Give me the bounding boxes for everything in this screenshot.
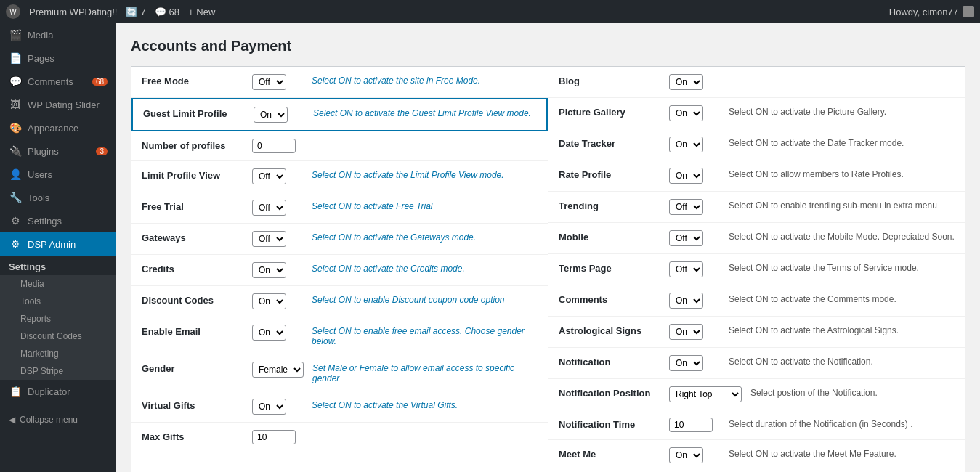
users-icon: 👤 — [9, 168, 22, 180]
setting-label-free-trial: Free Trial — [142, 200, 243, 212]
comments-setting-select[interactable]: OnOff — [669, 293, 703, 309]
appearance-icon: 🎨 — [9, 122, 22, 134]
sidebar-item-users[interactable]: 👤 Users — [0, 163, 116, 186]
setting-control-gateways[interactable]: OffOn — [252, 231, 303, 247]
sidebar-item-dsp-admin[interactable]: ⚙ DSP Admin — [0, 232, 116, 256]
setting-desc-astrological: Select ON to activate the Astrological S… — [729, 324, 955, 335]
setting-row-num-profiles: Number of profiles — [131, 131, 548, 161]
trending-select[interactable]: OffOn — [669, 199, 703, 215]
setting-label-free-mode: Free Mode — [142, 74, 243, 86]
new-item[interactable]: + New — [188, 7, 215, 17]
notification-time-input[interactable] — [669, 418, 713, 432]
date-tracker-select[interactable]: OnOff — [669, 137, 703, 152]
limit-profile-view-select[interactable]: OffOn — [252, 168, 286, 184]
sidebar-item-pages[interactable]: 📄 Pages — [0, 46, 116, 70]
setting-control-virtual-gifts[interactable]: OnOff — [252, 399, 303, 415]
setting-control-enable-email[interactable]: OnOff — [252, 325, 303, 341]
credits-select[interactable]: OnOff — [252, 262, 286, 278]
plugins-icon: 🔌 — [9, 145, 22, 157]
discount-codes-select[interactable]: OnOff — [252, 293, 286, 309]
comment-icon: 💬 — [155, 7, 166, 17]
admin-sidebar: 🎬 Media 📄 Pages 💬 Comments 68 🖼 WP Datin… — [0, 23, 116, 472]
setting-control-date-tracker[interactable]: OnOff — [669, 137, 720, 152]
free-trial-select[interactable]: OffOn — [252, 200, 286, 216]
setting-control-blog[interactable]: OnOff — [669, 74, 720, 90]
update-icon: 🔄 — [126, 7, 137, 17]
collapse-menu[interactable]: ◀ Collapse menu — [0, 409, 116, 431]
setting-desc-virtual-gifts: Select ON to activate the Virtual Gifts. — [312, 399, 538, 410]
sidebar-label-appearance: Appearance — [28, 123, 78, 134]
setting-control-meet-me[interactable]: OnOff — [669, 447, 720, 463]
setting-desc-free-mode: Select ON to activate the site in Free M… — [312, 74, 538, 86]
num-profiles-input[interactable] — [252, 139, 296, 153]
setting-row-credits: Credits OnOff Select ON to activate the … — [131, 255, 548, 286]
submenu-item-discount-codes[interactable]: Discount Codes — [0, 327, 116, 345]
blog-select[interactable]: OnOff — [669, 74, 703, 90]
sidebar-item-tools[interactable]: 🔧 Tools — [0, 186, 116, 209]
guest-limit-select[interactable]: OnOff — [254, 107, 288, 123]
sidebar-item-comments[interactable]: 💬 Comments 68 — [0, 70, 116, 93]
setting-control-guest-limit[interactable]: OnOff — [254, 107, 304, 123]
rate-profile-select[interactable]: OnOff — [669, 168, 703, 184]
submenu-item-media[interactable]: Media — [0, 275, 116, 293]
setting-control-num-profiles[interactable] — [252, 139, 303, 153]
free-mode-select[interactable]: OffOn — [252, 74, 286, 90]
comments-bar[interactable]: 💬 68 — [155, 7, 179, 17]
wp-logo[interactable]: W — [6, 4, 20, 19]
submenu-item-tools[interactable]: Tools — [0, 293, 116, 310]
site-name[interactable]: Premium WPDating!! — [29, 7, 117, 17]
setting-control-picture-gallery[interactable]: OnOff — [669, 105, 720, 121]
setting-label-terms-page: Terms Page — [559, 261, 660, 274]
sidebar-item-settings[interactable]: ⚙ Settings — [0, 209, 116, 232]
setting-control-mobile[interactable]: OffOn — [669, 230, 720, 246]
sidebar-item-duplicator[interactable]: 📋 Duplicator — [0, 380, 116, 403]
sidebar-item-media[interactable]: 🎬 Media — [0, 23, 116, 46]
sidebar-item-appearance[interactable]: 🎨 Appearance — [0, 116, 116, 139]
setting-control-limit-profile-view[interactable]: OffOn — [252, 168, 303, 184]
notification-position-select[interactable]: Right TopLeft TopRight BottomLeft Bottom — [669, 386, 742, 402]
gender-select[interactable]: FemaleMale — [252, 362, 304, 378]
setting-control-trending[interactable]: OffOn — [669, 199, 720, 215]
dsp-icon: ⚙ — [9, 238, 22, 250]
meet-me-select[interactable]: OnOff — [669, 447, 703, 463]
setting-control-free-trial[interactable]: OffOn — [252, 200, 303, 216]
setting-control-free-mode[interactable]: OffOn — [252, 74, 303, 90]
mobile-select[interactable]: OffOn — [669, 230, 703, 246]
setting-row-rate-profile: Rate Profile OnOff Select ON to allow me… — [548, 160, 965, 192]
setting-control-rate-profile[interactable]: OnOff — [669, 168, 720, 184]
terms-page-select[interactable]: OffOn — [669, 261, 703, 277]
sidebar-item-plugins[interactable]: 🔌 Plugins 3 — [0, 139, 116, 163]
setting-label-comments-setting: Comments — [559, 293, 660, 305]
setting-row-terms-page: Terms Page OffOn Select ON to activate t… — [548, 254, 965, 285]
setting-control-credits[interactable]: OnOff — [252, 262, 303, 278]
setting-control-terms-page[interactable]: OffOn — [669, 261, 720, 277]
setting-control-max-gifts[interactable] — [252, 430, 303, 444]
pages-icon: 📄 — [9, 52, 22, 64]
setting-control-notification-time[interactable] — [669, 418, 720, 432]
virtual-gifts-select[interactable]: OnOff — [252, 399, 286, 415]
submenu-item-reports[interactable]: Reports — [0, 310, 116, 327]
setting-row-notification: Notification OnOff Select ON to activate… — [548, 348, 965, 379]
picture-gallery-select[interactable]: OnOff — [669, 105, 703, 121]
setting-desc-meet-me: Select ON to activate the Meet Me Featur… — [729, 447, 955, 459]
setting-label-discount-codes: Discount Codes — [142, 293, 243, 306]
setting-desc-blog — [729, 74, 955, 76]
page-title: Accounts and Payment — [131, 38, 965, 54]
setting-row-notification-time: Notification Time Select duration of the… — [548, 410, 965, 440]
setting-control-discount-codes[interactable]: OnOff — [252, 293, 303, 309]
setting-control-astrological[interactable]: OnOff — [669, 324, 720, 340]
setting-control-comments-setting[interactable]: OnOff — [669, 293, 720, 309]
max-gifts-input[interactable] — [252, 430, 296, 444]
enable-email-select[interactable]: OnOff — [252, 325, 286, 341]
setting-desc-rate-profile: Select ON to allow members to Rate Profi… — [729, 168, 955, 179]
astrological-select[interactable]: OnOff — [669, 324, 703, 340]
setting-control-notification-position[interactable]: Right TopLeft TopRight BottomLeft Bottom — [669, 386, 742, 402]
submenu-item-dsp-stripe[interactable]: DSP Stripe — [0, 362, 116, 380]
setting-control-notification[interactable]: OnOff — [669, 355, 720, 371]
notification-select[interactable]: OnOff — [669, 355, 703, 371]
setting-control-gender[interactable]: FemaleMale — [252, 362, 304, 378]
updates[interactable]: 🔄 7 — [126, 7, 145, 17]
sidebar-item-wp-dating-slider[interactable]: 🖼 WP Dating Slider — [0, 93, 116, 116]
submenu-item-marketing[interactable]: Marketing — [0, 345, 116, 362]
gateways-select[interactable]: OffOn — [252, 231, 286, 247]
